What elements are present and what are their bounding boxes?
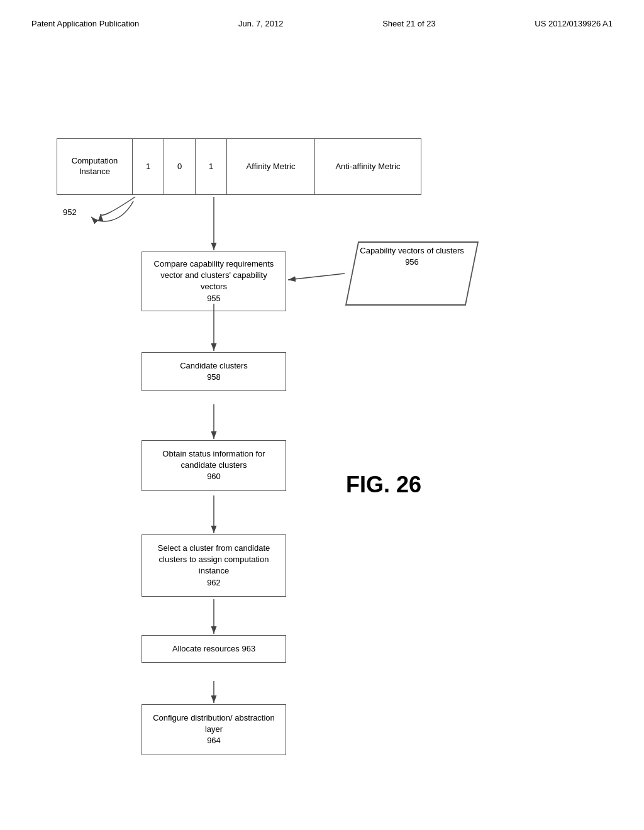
label-952: 952: [63, 208, 77, 217]
header-middle-date: Jun. 7, 2012: [238, 19, 284, 28]
diagram-area: Computation Instance 1 0 1 Affinity Metr…: [38, 82, 606, 792]
page-header: Patent Application Publication Jun. 7, 2…: [0, 0, 644, 35]
val3-cell: 1: [196, 139, 227, 194]
affinity-cell: Affinity Metric: [227, 139, 315, 194]
header-sheet: Sheet 21 of 23: [382, 19, 436, 28]
svg-line-3: [288, 274, 345, 280]
fig-label: FIG. 26: [346, 472, 421, 498]
box-configure: Configure distribution/ abstraction laye…: [142, 704, 286, 755]
box-select: Select a cluster from candidate clusters…: [142, 534, 286, 597]
box-allocate: Allocate resources 963: [142, 635, 286, 663]
capability-vectors-text: Capability vectors of clusters 956: [352, 245, 472, 268]
box-candidate: Candidate clusters 958: [142, 352, 286, 391]
header-patent: US 2012/0139926 A1: [535, 19, 613, 28]
val2-cell: 0: [164, 139, 196, 194]
anti-affinity-cell: Anti-affinity Metric: [315, 139, 421, 194]
top-row-table: Computation Instance 1 0 1 Affinity Metr…: [57, 138, 421, 195]
box-compare: Compare capability requirements vector a…: [142, 252, 286, 311]
comp-instance-cell: Computation Instance: [57, 139, 133, 194]
header-left: Patent Application Publication: [31, 19, 139, 28]
val1-cell: 1: [133, 139, 164, 194]
box-obtain: Obtain status information for candidate …: [142, 440, 286, 491]
